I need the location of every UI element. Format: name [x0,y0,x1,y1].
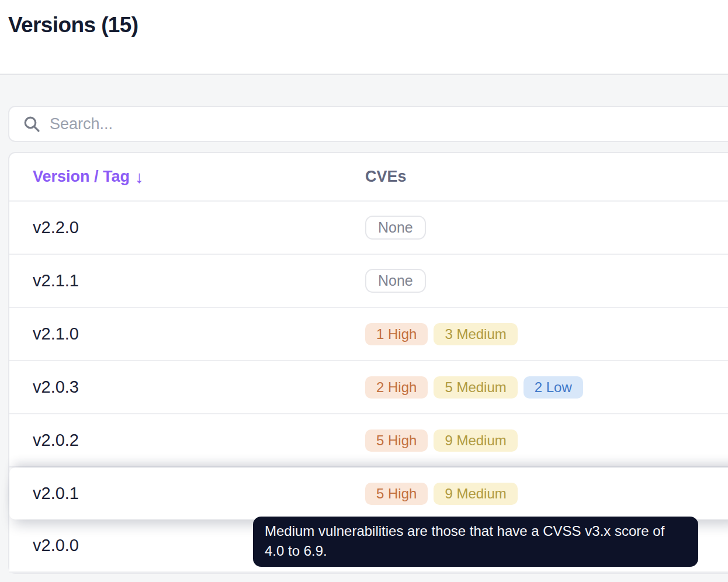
page-header: Versions (15) [0,0,728,75]
version-cell: v2.0.1 [33,484,79,503]
cves-cell: None [365,216,728,240]
versions-table: Version / Tag ↓ CVEs v2.2.0Nonev2.1.1Non… [8,152,728,574]
table-row[interactable]: v2.0.15 High9 Medium [9,467,728,519]
table-header-row: Version / Tag ↓ CVEs [9,153,728,202]
cves-cell: 2 High5 Medium2 Low [365,376,728,399]
version-cell: v2.0.2 [33,431,79,449]
cve-badge-medium[interactable]: 5 Medium [434,376,517,399]
cve-badge-low[interactable]: 2 Low [524,376,583,399]
search-input[interactable] [50,107,728,141]
version-cell: v2.2.0 [33,218,79,237]
column-header-version-tag[interactable]: Version / Tag ↓ [33,168,144,186]
sort-descending-icon: ↓ [135,169,144,186]
cve-badge-high[interactable]: 1 High [365,323,428,345]
search-box [8,106,728,142]
version-cell: v2.1.0 [33,324,79,343]
search-icon [22,115,41,133]
cve-badge-none[interactable]: None [365,269,426,293]
cve-badge-medium[interactable]: 3 Medium [434,323,517,345]
cves-cell: 1 High3 Medium [365,323,728,345]
table-row[interactable]: v2.0.25 High9 Medium [9,414,728,467]
version-cell: v2.0.0 [33,536,79,555]
page-title: Versions (15) [8,13,138,37]
column-header-version-tag-label: Version / Tag [33,168,130,186]
cve-badge-medium[interactable]: 9 Medium [434,483,517,505]
cves-cell: 5 High9 Medium [365,483,728,505]
version-cell: v2.0.3 [33,377,79,396]
tooltip-medium-cves: Medium vulnerabilities are those that ha… [253,517,698,567]
cve-badge-high[interactable]: 2 High [365,376,428,399]
table-row[interactable]: v2.2.0None [9,202,728,255]
table-row[interactable]: v2.0.32 High5 Medium2 Low [9,361,728,414]
column-header-cves[interactable]: CVEs [365,168,407,185]
cve-badge-medium[interactable]: 9 Medium [434,429,517,452]
cve-badge-high[interactable]: 5 High [365,429,428,452]
version-cell: v2.1.1 [33,271,79,290]
cve-badge-high[interactable]: 5 High [365,483,428,505]
cve-badge-none[interactable]: None [365,216,426,240]
cves-cell: None [365,269,728,293]
cves-cell: 5 High9 Medium [365,429,728,452]
table-row[interactable]: v2.1.1None [9,255,728,308]
table-row[interactable]: v2.1.01 High3 Medium [9,308,728,361]
